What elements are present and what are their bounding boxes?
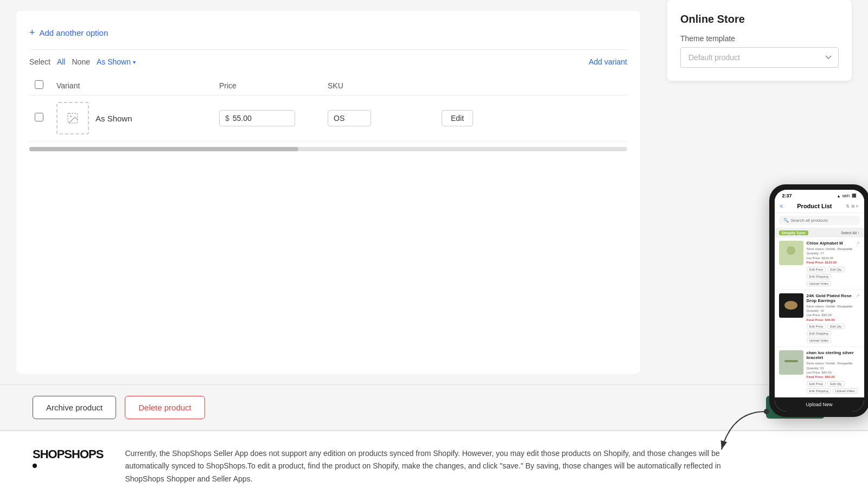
product-list-price-1: List Price: $100.00 xyxy=(807,256,853,260)
product-name-1: Chloe Alphabet M xyxy=(807,241,853,246)
phone-search-input[interactable] xyxy=(791,218,856,223)
online-store-card: Online Store Theme template Default prod… xyxy=(667,0,852,81)
edit-button[interactable]: Edit xyxy=(442,110,473,126)
caret-down-icon: ▾ xyxy=(133,59,136,65)
edit-qty-btn-3[interactable]: Edit Qty xyxy=(827,381,844,387)
phone-product-item-1: Chloe Alphabet M Store status: Visible, … xyxy=(775,237,864,290)
footer-body-text: Currently, the ShopShops Seller App does… xyxy=(125,447,722,486)
action-bar-left: Archive product Delete product xyxy=(33,396,205,419)
product-status-1: Store status: Visible, Shoppable xyxy=(807,247,853,251)
sku-input[interactable] xyxy=(328,110,371,126)
plus-icon: + xyxy=(29,27,35,38)
svg-point-9 xyxy=(764,409,769,414)
select-all-checkbox[interactable] xyxy=(35,80,43,89)
phone-shopify-banner: Shopify Sync Select All ↑ xyxy=(775,228,864,237)
phone-screen-title: Product List xyxy=(786,203,843,209)
price-input[interactable] xyxy=(233,114,276,123)
price-field[interactable]: $ xyxy=(219,110,295,126)
edit-price-btn-1[interactable]: Edit Price xyxy=(807,267,826,272)
select-row: Select All None As Shown ▾ Add variant xyxy=(29,50,627,72)
external-link-icon-2: ↗ xyxy=(856,293,860,298)
select-none-button[interactable]: None xyxy=(72,57,90,66)
product-thumb-1 xyxy=(779,241,803,265)
upload-video-btn-2[interactable]: Upload Video xyxy=(807,338,832,343)
as-shown-dropdown[interactable]: As Shown ▾ xyxy=(97,57,136,66)
table-row: As Shown $ Edit xyxy=(29,95,627,142)
phone-mockup: 2:37 ▲WiFi⬛ < Product List ⇅ ⊞ ≡ xyxy=(769,184,869,417)
product-status-3: Store status: Visible, Shoppable xyxy=(807,361,860,365)
product-qty-2: Quantity: 10 xyxy=(807,309,853,313)
variants-table: Variant Price SKU xyxy=(29,76,627,142)
svg-point-3 xyxy=(787,246,795,255)
theme-template-select[interactable]: Default product xyxy=(680,47,839,68)
phone-product-item-3: chan luu sterling silver bracelet Store … xyxy=(775,347,864,397)
phone-search-area: 🔍 xyxy=(775,213,864,228)
currency-symbol: $ xyxy=(225,114,229,123)
as-shown-label: As Shown xyxy=(97,57,131,66)
variant-image-placeholder[interactable] xyxy=(56,102,89,134)
phone-status-icons: ▲WiFi⬛ xyxy=(837,194,857,198)
product-actions-3: Edit Price Edit Qty Edit Shipping Upload… xyxy=(807,381,860,394)
phone-time: 2:37 xyxy=(782,193,792,198)
svg-point-5 xyxy=(784,301,797,310)
edit-price-btn-3[interactable]: Edit Price xyxy=(807,381,826,387)
product-name-3: chan luu sterling silver bracelet xyxy=(807,350,860,360)
online-store-title: Online Store xyxy=(680,13,839,25)
select-all-label: Select All ↑ xyxy=(841,231,859,235)
product-qty-1: Quantity: 17 xyxy=(807,251,853,255)
svg-point-1 xyxy=(70,115,72,117)
product-final-price-3: Final Price: $90.00 xyxy=(807,375,860,379)
phone-product-item-2: 24K Gold Plated Rose Drop Earrings Store… xyxy=(775,290,864,348)
edit-qty-btn-2[interactable]: Edit Qty xyxy=(827,324,844,329)
shopify-sync-badge: Shopify Sync xyxy=(779,230,808,235)
product-list-price-2: List Price: $30.00 xyxy=(807,313,853,317)
external-link-icon-1: ↗ xyxy=(856,241,860,246)
upload-video-btn-1[interactable]: Upload Video xyxy=(807,281,832,286)
col-header-variant: Variant xyxy=(51,76,214,95)
product-thumb-3 xyxy=(779,350,803,375)
product-actions-2: Edit Price Edit Qty Edit Shipping Upload… xyxy=(807,324,853,343)
phone-back-icon: < xyxy=(780,203,783,209)
col-header-price: Price xyxy=(214,76,322,95)
shopshops-logo: SHOPSHOPS xyxy=(33,447,103,468)
phone-status-bar: 2:37 ▲WiFi⬛ xyxy=(775,190,864,200)
phone-sort-icon: ⇅ ⊞ ≡ xyxy=(846,204,858,209)
upload-video-btn-3[interactable]: Upload Video xyxy=(833,388,858,394)
svg-rect-6 xyxy=(779,350,803,375)
theme-label: Theme template xyxy=(680,34,839,43)
select-label: Select xyxy=(29,57,50,66)
product-final-price-2: Final Price: $45.00 xyxy=(807,318,853,322)
horizontal-scrollbar[interactable] xyxy=(29,147,627,151)
select-all-button[interactable]: All xyxy=(57,57,66,66)
product-final-price-1: Final Price: $120.00 xyxy=(807,260,853,265)
svg-rect-7 xyxy=(784,360,798,362)
product-info-1: Chloe Alphabet M Store status: Visible, … xyxy=(807,241,853,286)
upload-new-button[interactable]: Upload New xyxy=(775,397,864,412)
add-variant-button[interactable]: Add variant xyxy=(589,57,627,66)
phone-search-icon: 🔍 xyxy=(783,218,789,223)
arrow-indicator xyxy=(716,406,781,460)
add-option-row: + Add another option xyxy=(29,22,627,50)
product-list-price-3: List Price: $40.00 xyxy=(807,370,860,375)
add-another-option-link[interactable]: Add another option xyxy=(40,28,108,37)
shopshops-logo-text: SHOPSHOPS xyxy=(33,447,103,461)
product-info-2: 24K Gold Plated Rose Drop Earrings Store… xyxy=(807,293,853,344)
product-info-3: chan luu sterling silver bracelet Store … xyxy=(807,350,860,394)
right-panel: Online Store Theme template Default prod… xyxy=(656,11,852,374)
archive-product-button[interactable]: Archive product xyxy=(33,396,116,419)
edit-qty-btn-1[interactable]: Edit Qty xyxy=(827,267,844,272)
shopshops-logo-dot xyxy=(33,464,37,468)
edit-shipping-btn-2[interactable]: Edit Shipping xyxy=(807,331,831,336)
variant-name: As Shown xyxy=(95,114,132,123)
product-name-2: 24K Gold Plated Rose Drop Earrings xyxy=(807,293,853,303)
edit-shipping-btn-3[interactable]: Edit Shipping xyxy=(807,388,831,394)
product-qty-3: Quantity: 81 xyxy=(807,366,860,370)
product-thumb-2 xyxy=(779,293,803,318)
phone-header: < Product List ⇅ ⊞ ≡ xyxy=(775,200,864,213)
edit-shipping-btn-1[interactable]: Edit Shipping xyxy=(807,274,831,279)
edit-price-btn-2[interactable]: Edit Price xyxy=(807,324,826,329)
row-checkbox[interactable] xyxy=(35,113,43,121)
scrollbar-thumb[interactable] xyxy=(29,147,298,151)
delete-product-button[interactable]: Delete product xyxy=(125,396,205,419)
product-actions-1: Edit Price Edit Qty Edit Shipping Upload… xyxy=(807,267,853,286)
